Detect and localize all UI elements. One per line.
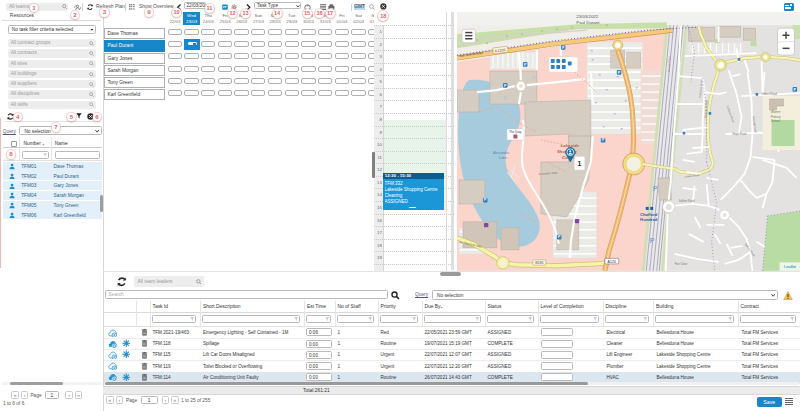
svg-text:Leaflet: Leaflet	[784, 264, 797, 269]
svg-text:Hundred: Hundred	[640, 217, 658, 222]
svg-text:1: 1	[577, 160, 581, 167]
svg-text:The Quay: The Quay	[509, 130, 522, 134]
svg-text:Alexandra: Alexandra	[491, 150, 508, 154]
svg-text:23/03/2022: 23/03/2022	[576, 13, 598, 18]
svg-text:Parr Close: Parr Close	[674, 261, 687, 265]
svg-text:P: P	[502, 95, 506, 101]
svg-text:Lake: Lake	[498, 155, 506, 159]
svg-text:B186: B186	[535, 261, 543, 265]
svg-text:Paul Durant: Paul Durant	[576, 19, 600, 24]
svg-text:Mardale Road: Mardale Road	[667, 55, 671, 71]
svg-text:P: P	[649, 236, 654, 243]
svg-text:Saffron Road: Saffron Road	[678, 198, 694, 202]
svg-text:Lakeside: Lakeside	[560, 142, 579, 147]
svg-text:Hope Road: Hope Road	[732, 132, 746, 136]
svg-text:Chafford: Chafford	[639, 211, 657, 216]
svg-text:A126: A126	[607, 259, 615, 263]
svg-text:Warren: Warren	[770, 110, 780, 114]
svg-text:School: School	[770, 119, 779, 123]
svg-text:P: P	[531, 75, 535, 81]
svg-text:Primary: Primary	[770, 114, 781, 118]
svg-text:Gilbert Road: Gilbert Road	[761, 92, 777, 96]
svg-text:P: P	[652, 184, 657, 191]
